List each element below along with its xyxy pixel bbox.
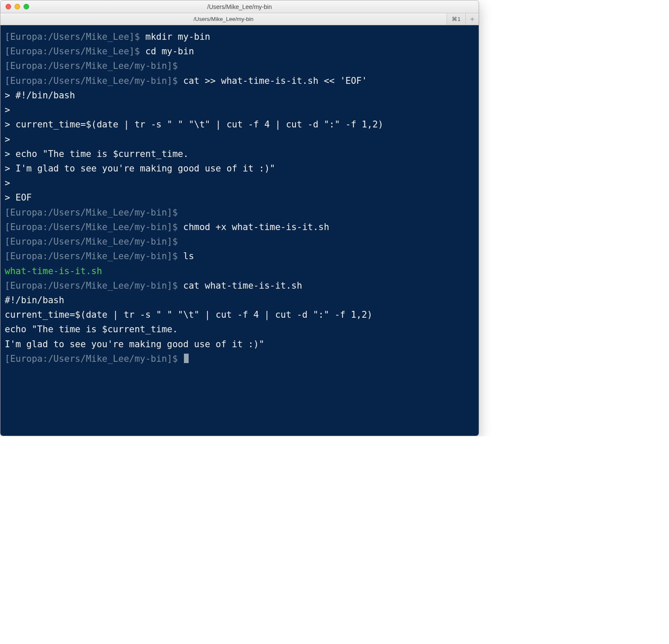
terminal-body[interactable]: [Europa:/Users/Mike_Lee]$ mkdir my-bin[E… [0, 25, 479, 436]
cursor [184, 354, 189, 363]
tab-bar: /Users/Mike_Lee/my-bin ⌘1 + [0, 13, 479, 25]
heredoc-line: current_time=$(date | tr -s " " "\t" | c… [15, 119, 383, 130]
heredoc-line: #!/bin/bash [15, 90, 75, 100]
tab-active[interactable]: /Users/Mike_Lee/my-bin [0, 13, 447, 25]
heredoc-line: I'm glad to see you're making good use o… [15, 163, 275, 174]
heredoc-cont: > [5, 163, 10, 174]
close-button[interactable] [6, 4, 11, 9]
heredoc-line: EOF [15, 192, 32, 203]
ls-output-executable: what-time-is-it.sh [5, 266, 102, 276]
prompt: [Europa:/Users/Mike_Lee/my-bin]$ [5, 76, 178, 86]
heredoc-line: echo "The time is $current_time. [15, 149, 189, 159]
command-text: cat what-time-is-it.sh [183, 281, 302, 291]
minimize-button[interactable] [15, 4, 20, 9]
heredoc-cont: > [5, 149, 10, 159]
prompt: [Europa:/Users/Mike_Lee/my-bin]$ [5, 251, 178, 261]
file-output: #!/bin/bash [5, 295, 64, 305]
maximize-button[interactable] [24, 4, 29, 9]
prompt: [Europa:/Users/Mike_Lee/my-bin]$ [5, 222, 178, 232]
title-bar: /Users/Mike_Lee/my-bin [0, 0, 479, 13]
terminal-window: /Users/Mike_Lee/my-bin /Users/Mike_Lee/m… [0, 0, 479, 436]
file-output: I'm glad to see you're making good use o… [5, 339, 264, 349]
heredoc-cont: > [5, 90, 10, 100]
command-text: cat >> what-time-is-it.sh << 'EOF' [183, 76, 367, 86]
prompt: [Europa:/Users/Mike_Lee/my-bin]$ [5, 354, 178, 364]
window-title: /Users/Mike_Lee/my-bin [0, 3, 479, 10]
traffic-lights [0, 4, 29, 9]
heredoc-cont: > [5, 178, 10, 188]
prompt: [Europa:/Users/Mike_Lee/my-bin]$ [5, 207, 178, 218]
prompt: [Europa:/Users/Mike_Lee/my-bin]$ [5, 281, 178, 291]
command-text: ls [183, 251, 194, 261]
command-text: chmod +x what-time-is-it.sh [183, 222, 329, 232]
prompt: [Europa:/Users/Mike_Lee]$ [5, 32, 140, 42]
heredoc-cont: > [5, 119, 10, 130]
heredoc-cont: > [5, 192, 10, 203]
prompt: [Europa:/Users/Mike_Lee/my-bin]$ [5, 236, 178, 247]
tab-label: /Users/Mike_Lee/my-bin [193, 16, 253, 22]
heredoc-cont: > [5, 134, 10, 145]
command-text: mkdir my-bin [145, 32, 210, 42]
prompt: [Europa:/Users/Mike_Lee]$ [5, 46, 140, 56]
file-output: echo "The time is $current_time. [5, 324, 178, 334]
heredoc-cont: > [5, 105, 10, 115]
tab-shortcut: ⌘1 [447, 13, 466, 25]
command-text: cd my-bin [145, 46, 194, 56]
new-tab-button[interactable]: + [466, 13, 479, 25]
file-output: current_time=$(date | tr -s " " "\t" | c… [5, 310, 373, 320]
prompt: [Europa:/Users/Mike_Lee/my-bin]$ [5, 61, 178, 71]
